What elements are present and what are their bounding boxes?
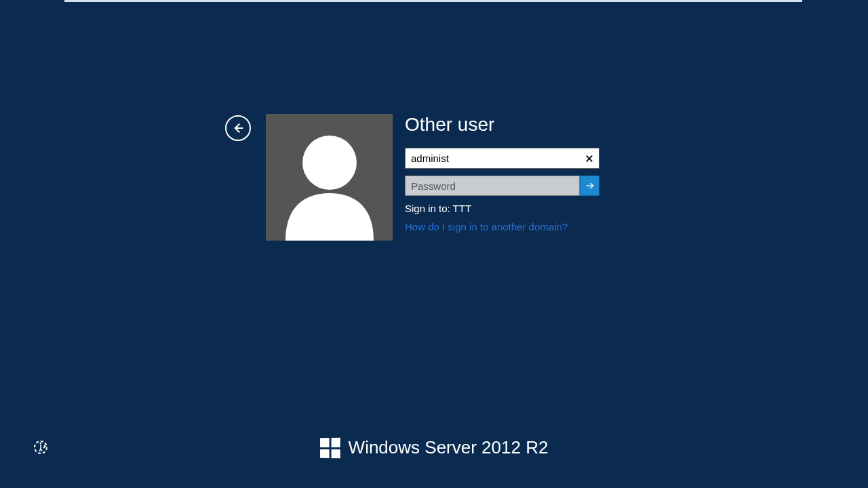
product-name: Windows Server 2012 R2 bbox=[349, 437, 549, 458]
password-input[interactable] bbox=[406, 180, 579, 192]
signin-to-prefix: Sign in to: bbox=[405, 203, 453, 214]
svg-point-1 bbox=[302, 136, 357, 190]
username-input[interactable] bbox=[406, 148, 580, 168]
login-panel: Other user bbox=[225, 114, 599, 241]
arrow-right-icon bbox=[585, 180, 595, 191]
submit-button[interactable] bbox=[580, 176, 599, 196]
back-button[interactable] bbox=[225, 115, 251, 141]
signin-to-domain: TTT bbox=[453, 203, 472, 214]
arrow-left-icon bbox=[231, 121, 245, 135]
branding: Windows Server 2012 R2 bbox=[320, 437, 549, 458]
login-form: Other user bbox=[405, 114, 599, 232]
signin-to-label: Sign in to: TTT bbox=[405, 203, 599, 214]
user-avatar bbox=[266, 114, 393, 241]
top-border bbox=[64, 0, 802, 2]
other-domain-link[interactable]: How do I sign in to another domain? bbox=[405, 221, 599, 232]
windows-logo-icon bbox=[320, 437, 340, 458]
ease-of-access-icon bbox=[33, 439, 49, 455]
close-icon bbox=[585, 155, 593, 163]
username-field-wrap bbox=[405, 148, 599, 169]
user-silhouette-icon bbox=[279, 125, 380, 241]
svg-point-6 bbox=[40, 443, 42, 445]
password-field-wrap bbox=[405, 176, 580, 196]
clear-username-button[interactable] bbox=[580, 148, 599, 168]
ease-of-access-button[interactable] bbox=[33, 439, 49, 455]
login-heading: Other user bbox=[405, 114, 599, 136]
